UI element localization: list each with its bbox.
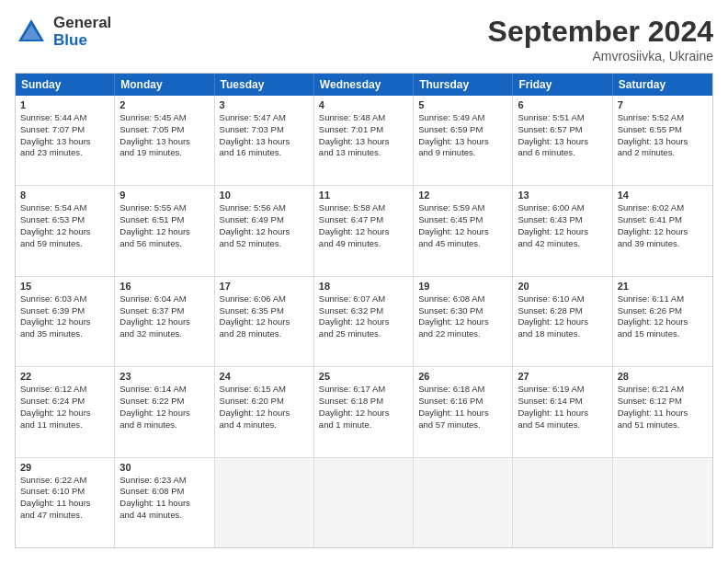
cell-text: Daylight: 12 hours — [618, 226, 708, 238]
cell-text: Sunrise: 5:58 AM — [319, 202, 408, 214]
cell-text: and 1 minute. — [319, 419, 408, 431]
page: General Blue September 2024 Amvrosiivka,… — [0, 0, 728, 563]
day-number: 28 — [618, 371, 708, 382]
calendar-cell-27: 27Sunrise: 6:19 AMSunset: 6:14 PMDayligh… — [513, 367, 612, 456]
calendar-row-1: 1Sunrise: 5:44 AMSunset: 7:07 PMDaylight… — [16, 96, 712, 185]
cell-text: Sunrise: 6:02 AM — [618, 202, 708, 214]
cell-text: Sunrise: 6:17 AM — [319, 384, 408, 396]
cell-text: Sunrise: 5:49 AM — [418, 112, 507, 124]
cell-text: Sunrise: 6:04 AM — [119, 293, 209, 305]
day-number: 16 — [119, 281, 209, 292]
cell-text: Sunset: 6:43 PM — [518, 214, 607, 226]
day-number: 23 — [119, 371, 209, 382]
cell-text: Sunset: 6:41 PM — [618, 214, 708, 226]
calendar-cell-16: 16Sunrise: 6:04 AMSunset: 6:37 PMDayligh… — [115, 277, 214, 366]
cell-text: Sunrise: 6:18 AM — [418, 384, 507, 396]
cell-text: Sunset: 6:59 PM — [418, 124, 507, 136]
calendar-cell-20: 20Sunrise: 6:10 AMSunset: 6:28 PMDayligh… — [513, 277, 612, 366]
cell-text: and 8 minutes. — [119, 419, 209, 431]
day-number: 15 — [20, 281, 109, 292]
cell-text: Sunrise: 6:03 AM — [20, 293, 109, 305]
cell-text: and 4 minutes. — [220, 419, 309, 431]
cell-text: Sunset: 6:57 PM — [518, 124, 607, 136]
cell-text: Daylight: 12 hours — [20, 226, 109, 238]
cell-text: and 9 minutes. — [418, 147, 507, 159]
cell-text: Sunrise: 6:11 AM — [618, 293, 708, 305]
cell-text: Sunrise: 6:22 AM — [20, 475, 109, 487]
cell-text: and 51 minutes. — [618, 419, 708, 431]
day-number: 12 — [418, 190, 507, 201]
cell-text: and 22 minutes. — [418, 328, 507, 340]
calendar-cell-15: 15Sunrise: 6:03 AMSunset: 6:39 PMDayligh… — [16, 277, 115, 366]
calendar-cell-7: 7Sunrise: 5:52 AMSunset: 6:55 PMDaylight… — [613, 96, 712, 185]
calendar-row-5: 29Sunrise: 6:22 AMSunset: 6:10 PMDayligh… — [16, 457, 712, 547]
cell-text: Sunrise: 5:47 AM — [220, 112, 309, 124]
cell-text: Sunset: 6:30 PM — [418, 305, 507, 317]
header-day-wednesday: Wednesday — [314, 74, 414, 96]
cell-text: and 15 minutes. — [618, 328, 708, 340]
header-day-friday: Friday — [513, 74, 612, 96]
cell-text: Sunrise: 6:10 AM — [518, 293, 607, 305]
logo-text: General Blue — [53, 15, 111, 49]
cell-text: Sunrise: 6:23 AM — [119, 475, 209, 487]
calendar-cell-empty — [314, 458, 414, 547]
day-number: 18 — [319, 281, 408, 292]
header: General Blue September 2024 Amvrosiivka,… — [15, 15, 713, 63]
day-number: 25 — [319, 371, 408, 382]
calendar-cell-empty — [215, 458, 314, 547]
cell-text: Sunrise: 6:14 AM — [119, 384, 209, 396]
cell-text: Daylight: 12 hours — [119, 316, 209, 328]
cell-text: Sunrise: 6:06 AM — [220, 293, 309, 305]
cell-text: Sunset: 6:24 PM — [20, 396, 109, 408]
day-number: 10 — [220, 190, 309, 201]
calendar-cell-19: 19Sunrise: 6:08 AMSunset: 6:30 PMDayligh… — [414, 277, 513, 366]
cell-text: Sunset: 6:28 PM — [518, 305, 607, 317]
calendar-cell-28: 28Sunrise: 6:21 AMSunset: 6:12 PMDayligh… — [613, 367, 712, 456]
calendar-cell-17: 17Sunrise: 6:06 AMSunset: 6:35 PMDayligh… — [215, 277, 314, 366]
header-day-monday: Monday — [115, 74, 214, 96]
cell-text: and 35 minutes. — [20, 328, 109, 340]
cell-text: Daylight: 12 hours — [518, 226, 607, 238]
cell-text: Daylight: 12 hours — [418, 316, 507, 328]
calendar-cell-6: 6Sunrise: 5:51 AMSunset: 6:57 PMDaylight… — [513, 96, 612, 185]
calendar-cell-1: 1Sunrise: 5:44 AMSunset: 7:07 PMDaylight… — [16, 96, 115, 185]
day-number: 20 — [518, 281, 607, 292]
day-number: 26 — [418, 371, 507, 382]
cell-text: Daylight: 11 hours — [518, 408, 607, 419]
cell-text: Sunrise: 5:55 AM — [119, 202, 209, 214]
calendar-cell-21: 21Sunrise: 6:11 AMSunset: 6:26 PMDayligh… — [613, 277, 712, 366]
cell-text: and 52 minutes. — [220, 238, 309, 250]
day-number: 14 — [618, 190, 708, 201]
day-number: 8 — [20, 190, 109, 201]
day-number: 6 — [518, 99, 607, 110]
cell-text: Sunset: 6:12 PM — [618, 396, 708, 408]
calendar-cell-10: 10Sunrise: 5:56 AMSunset: 6:49 PMDayligh… — [215, 186, 314, 275]
calendar-cell-empty — [513, 458, 612, 547]
cell-text: Daylight: 13 hours — [220, 136, 309, 148]
logo-blue: Blue — [53, 32, 111, 50]
calendar-cell-5: 5Sunrise: 5:49 AMSunset: 6:59 PMDaylight… — [414, 96, 513, 185]
calendar-cell-8: 8Sunrise: 5:54 AMSunset: 6:53 PMDaylight… — [16, 186, 115, 275]
cell-text: Sunset: 6:08 PM — [119, 486, 209, 498]
cell-text: Daylight: 12 hours — [418, 226, 507, 238]
cell-text: Daylight: 11 hours — [20, 498, 109, 510]
cell-text: Sunset: 6:53 PM — [20, 214, 109, 226]
cell-text: Sunrise: 6:19 AM — [518, 384, 607, 396]
cell-text: Daylight: 12 hours — [518, 316, 607, 328]
day-number: 3 — [220, 99, 309, 110]
cell-text: Daylight: 13 hours — [20, 136, 109, 148]
cell-text: and 59 minutes. — [20, 238, 109, 250]
calendar-cell-12: 12Sunrise: 5:59 AMSunset: 6:45 PMDayligh… — [414, 186, 513, 275]
day-number: 11 — [319, 190, 408, 201]
cell-text: Sunset: 6:10 PM — [20, 486, 109, 498]
cell-text: Daylight: 12 hours — [20, 408, 109, 419]
title-block: September 2024 Amvrosiivka, Ukraine — [488, 15, 713, 63]
cell-text: Daylight: 12 hours — [618, 316, 708, 328]
cell-text: and 42 minutes. — [518, 238, 607, 250]
cell-text: and 39 minutes. — [618, 238, 708, 250]
logo: General Blue — [15, 15, 111, 49]
cell-text: Daylight: 12 hours — [220, 408, 309, 419]
calendar-cell-25: 25Sunrise: 6:17 AMSunset: 6:18 PMDayligh… — [314, 367, 414, 456]
calendar-cell-11: 11Sunrise: 5:58 AMSunset: 6:47 PMDayligh… — [314, 186, 414, 275]
day-number: 21 — [618, 281, 708, 292]
